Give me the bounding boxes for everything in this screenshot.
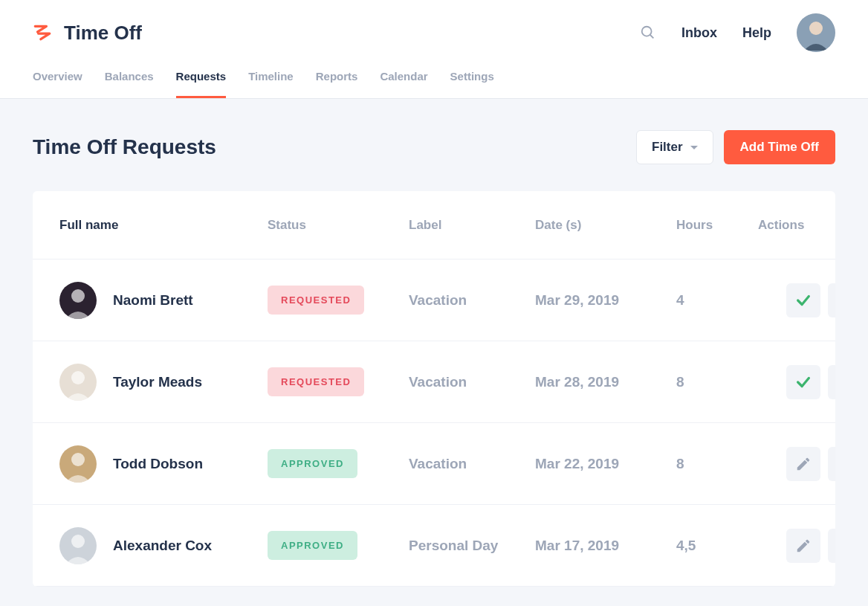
filter-button[interactable]: Filter <box>636 130 713 164</box>
status-badge: REQUESTED <box>268 286 364 315</box>
svg-point-6 <box>71 453 85 466</box>
add-time-off-button[interactable]: Add Time Off <box>724 130 835 164</box>
edit-button[interactable] <box>786 447 820 481</box>
tab-overview[interactable]: Overview <box>33 70 82 98</box>
cell-label: Vacation <box>409 292 535 309</box>
cell-dates: Mar 17, 2019 <box>535 538 676 554</box>
tab-reports[interactable]: Reports <box>316 70 358 98</box>
delete-button[interactable] <box>828 447 835 481</box>
cell-actions <box>758 447 835 481</box>
tab-calendar[interactable]: Calendar <box>380 70 427 98</box>
filter-label: Filter <box>652 140 683 155</box>
table-header-row: Full name Status Label Date (s) Hours Ac… <box>33 191 835 260</box>
row-avatar[interactable] <box>59 282 97 319</box>
cell-hours: 4,5 <box>676 538 758 554</box>
status-badge: APPROVED <box>268 531 357 560</box>
tab-timeline[interactable]: Timeline <box>248 70 294 98</box>
row-avatar[interactable] <box>59 364 97 401</box>
svg-point-7 <box>71 535 85 548</box>
main-content: Time Off Requests Filter Add Time Off Fu… <box>0 99 868 606</box>
row-name: Taylor Meads <box>113 374 202 390</box>
col-header-hours: Hours <box>676 218 758 233</box>
cell-hours: 8 <box>676 374 758 390</box>
header-right: Inbox Help <box>640 13 835 52</box>
search-icon[interactable] <box>640 25 656 41</box>
col-header-label: Label <box>409 218 535 233</box>
tabs-nav: Overview Balances Requests Timeline Repo… <box>0 52 868 99</box>
tab-requests[interactable]: Requests <box>176 70 227 98</box>
page-header: Time Off Requests Filter Add Time Off <box>33 130 835 164</box>
cell-name: Todd Dobson <box>59 445 268 483</box>
col-header-dates: Date (s) <box>535 218 676 233</box>
check-icon <box>795 374 812 390</box>
table-row: Taylor MeadsREQUESTEDVacationMar 28, 201… <box>33 341 835 423</box>
cell-actions <box>758 365 835 399</box>
cell-name: Taylor Meads <box>59 364 268 401</box>
cell-name: Alexander Cox <box>59 527 268 564</box>
col-header-status: Status <box>268 218 409 233</box>
tab-settings[interactable]: Settings <box>450 70 494 98</box>
col-header-name: Full name <box>59 218 268 233</box>
cell-hours: 4 <box>676 292 758 309</box>
cell-status: APPROVED <box>268 531 409 560</box>
row-avatar[interactable] <box>59 445 97 483</box>
reject-button[interactable] <box>828 365 835 399</box>
cell-dates: Mar 29, 2019 <box>535 292 676 309</box>
status-badge: REQUESTED <box>268 367 364 396</box>
pencil-icon <box>795 456 812 472</box>
chevron-down-icon <box>690 146 698 149</box>
header-left: Time Off <box>33 22 142 45</box>
app-title: Time Off <box>64 22 142 45</box>
cell-dates: Mar 28, 2019 <box>535 374 676 390</box>
reject-button[interactable] <box>828 283 835 317</box>
svg-point-5 <box>71 371 85 384</box>
row-name: Naomi Brett <box>113 292 193 309</box>
row-name: Todd Dobson <box>113 456 203 472</box>
delete-button[interactable] <box>828 529 835 563</box>
inbox-link[interactable]: Inbox <box>681 25 717 41</box>
cell-actions <box>758 529 835 563</box>
table-row: Todd DobsonAPPROVEDVacationMar 22, 20198 <box>33 423 835 505</box>
cell-name: Naomi Brett <box>59 282 268 319</box>
cell-label: Vacation <box>409 456 535 472</box>
edit-button[interactable] <box>786 529 820 563</box>
requests-table: Full name Status Label Date (s) Hours Ac… <box>33 191 835 587</box>
app-logo-icon[interactable] <box>33 23 52 42</box>
row-name: Alexander Cox <box>113 538 212 554</box>
svg-point-4 <box>71 289 85 303</box>
page-actions: Filter Add Time Off <box>636 130 835 164</box>
svg-point-0 <box>642 27 652 36</box>
user-avatar[interactable] <box>797 13 835 52</box>
cell-label: Personal Day <box>409 538 535 554</box>
approve-button[interactable] <box>786 365 820 399</box>
cell-hours: 8 <box>676 456 758 472</box>
pencil-icon <box>795 538 812 554</box>
cell-dates: Mar 22, 2019 <box>535 456 676 472</box>
status-badge: APPROVED <box>268 449 357 478</box>
cell-status: REQUESTED <box>268 286 409 315</box>
help-link[interactable]: Help <box>742 25 771 41</box>
cell-status: REQUESTED <box>268 367 409 396</box>
cell-status: APPROVED <box>268 449 409 478</box>
svg-line-1 <box>650 35 654 39</box>
tab-balances[interactable]: Balances <box>105 70 154 98</box>
svg-point-3 <box>809 22 823 35</box>
app-header: Time Off Inbox Help <box>0 0 868 52</box>
row-avatar[interactable] <box>59 527 97 564</box>
approve-button[interactable] <box>786 283 820 317</box>
table-row: Naomi BrettREQUESTEDVacationMar 29, 2019… <box>33 260 835 341</box>
page-title: Time Off Requests <box>33 135 216 159</box>
cell-actions <box>758 283 835 317</box>
cell-label: Vacation <box>409 374 535 390</box>
table-row: Alexander CoxAPPROVEDPersonal DayMar 17,… <box>33 505 835 587</box>
check-icon <box>795 292 812 309</box>
col-header-actions: Actions <box>758 218 835 233</box>
